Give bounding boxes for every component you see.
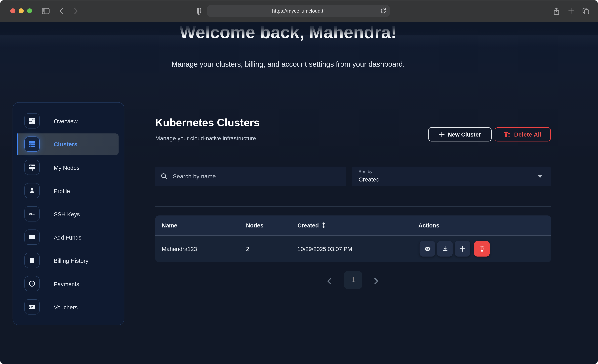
sidebar-toggle-icon[interactable] (42, 7, 50, 15)
new-cluster-label: New Cluster (448, 131, 481, 138)
share-icon[interactable] (553, 7, 560, 16)
screen: https://myceliumcloud.tf (0, 0, 598, 364)
column-header-name: Name (162, 222, 177, 229)
privacy-shield-icon (196, 7, 202, 15)
table-header-row: Name Nodes Created Actions (155, 215, 551, 236)
sidebar-item-label: Payments (54, 281, 79, 287)
sidebar-item-my-nodes[interactable]: My Nodes (13, 156, 124, 179)
page-subtitle: Manage your cloud-native infrastructure (155, 135, 256, 141)
page-title: Kubernetes Clusters (155, 117, 260, 129)
sidebar-item-label: Billing History (54, 257, 89, 264)
cluster-nodes: 2 (246, 246, 249, 252)
profile-icon (25, 183, 40, 198)
sidebar-item-payments[interactable]: Payments (13, 272, 124, 296)
clusters-icon (25, 137, 40, 152)
download-kubeconfig-button[interactable] (437, 241, 453, 256)
search-icon (160, 173, 168, 180)
sidebar-item-vouchers[interactable]: Vouchers (13, 296, 124, 319)
nodes-icon (25, 160, 40, 175)
sort-selected-value: Created (358, 176, 380, 183)
sidebar-item-clusters[interactable]: Clusters (13, 133, 124, 156)
minimize-window-button[interactable] (19, 8, 24, 13)
sort-by-label: Sort by (358, 169, 373, 174)
welcome-subheading: Manage your clusters, billing, and accou… (0, 60, 576, 69)
sidebar-item-label: My Nodes (54, 164, 80, 171)
welcome-heading: Welcome back, Mahendra! (0, 22, 576, 43)
sidebar-nav: Overview Clusters (13, 102, 124, 325)
new-cluster-button[interactable]: New Cluster (428, 127, 492, 141)
active-item-indicator (17, 133, 18, 155)
next-page-icon[interactable] (374, 278, 379, 286)
sidebar-item-ssh-keys[interactable]: SSH Keys (13, 202, 124, 226)
sort-select[interactable]: Sort by Created (352, 166, 551, 186)
sidebar-item-label: Clusters (54, 141, 77, 148)
new-tab-icon[interactable] (568, 8, 574, 14)
delete-sweep-icon (504, 131, 511, 138)
browser-window: https://myceliumcloud.tf (0, 0, 598, 364)
view-cluster-button[interactable] (420, 241, 435, 256)
table-row: Mahendra123 2 10/29/2025 03:07 PM (155, 236, 551, 262)
key-icon (25, 206, 40, 222)
close-window-button[interactable] (10, 8, 15, 13)
tab-overview-icon[interactable] (582, 7, 590, 15)
dashboard-icon (25, 113, 40, 128)
section-divider (155, 206, 551, 207)
eye-icon (424, 245, 431, 252)
sidebar-item-label: Add Funds (54, 234, 82, 240)
previous-page-icon[interactable] (327, 278, 332, 286)
sidebar-item-label: Profile (54, 188, 70, 194)
page-number-button[interactable]: 1 (344, 271, 362, 289)
plus-icon (459, 246, 466, 252)
sidebar-item-label: Overview (54, 118, 78, 124)
sidebar-item-label: SSH Keys (54, 211, 80, 217)
maximize-window-button[interactable] (27, 8, 32, 13)
browser-toolbar: https://myceliumcloud.tf (0, 0, 598, 22)
plus-icon (439, 132, 445, 137)
dashboard-page: Welcome back, Mahendra! Manage your clus… (0, 22, 598, 364)
address-bar[interactable]: https://myceliumcloud.tf (207, 5, 390, 17)
sidebar-item-add-funds[interactable]: Add Funds (13, 226, 124, 249)
pagination: 1 (155, 270, 551, 293)
add-node-button[interactable] (455, 241, 470, 256)
cluster-created: 10/29/2025 03:07 PM (298, 246, 352, 252)
receipt-icon (25, 253, 40, 268)
card-icon (25, 230, 40, 245)
clusters-table: Name Nodes Created Actions Mahendra123 2… (155, 215, 551, 262)
sort-arrows-icon (322, 222, 326, 229)
delete-all-button[interactable]: Delete All (495, 127, 551, 141)
reload-icon[interactable] (380, 8, 386, 14)
delete-all-label: Delete All (514, 131, 541, 138)
voucher-icon (25, 299, 40, 314)
url-text: https://myceliumcloud.tf (207, 5, 390, 17)
cluster-name: Mahendra123 (162, 246, 197, 252)
column-header-nodes: Nodes (246, 222, 263, 229)
back-icon[interactable] (59, 8, 64, 14)
forward-icon[interactable] (74, 8, 78, 14)
delete-cluster-button[interactable] (474, 241, 490, 256)
sidebar-item-overview[interactable]: Overview (13, 109, 124, 132)
sidebar-item-billing-history[interactable]: Billing History (13, 249, 124, 272)
sidebar-item-profile[interactable]: Profile (13, 179, 124, 202)
search-field[interactable] (155, 166, 346, 186)
clock-icon (25, 276, 40, 291)
trash-icon (479, 245, 485, 253)
sidebar-item-label: Vouchers (54, 304, 78, 310)
chevron-down-icon (538, 175, 542, 178)
column-header-created[interactable]: Created (298, 222, 326, 229)
download-icon (441, 245, 448, 252)
column-header-actions: Actions (418, 222, 439, 229)
search-input[interactable] (172, 166, 341, 186)
